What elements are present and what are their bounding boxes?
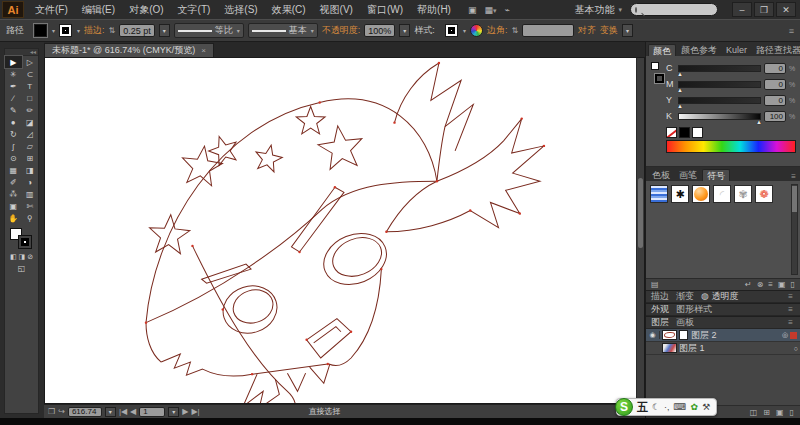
color-spectrum-bar[interactable] <box>666 140 796 153</box>
black-swatch[interactable] <box>679 127 690 138</box>
cyan-value[interactable]: 0 <box>764 63 786 74</box>
opacity-value[interactable]: 100% <box>364 24 395 37</box>
none-mode-icon[interactable]: ⊘ <box>27 253 33 261</box>
group-menu-icon-2[interactable]: ≡ <box>788 305 795 314</box>
restore-button[interactable]: ❐ <box>754 2 774 17</box>
delete-layer-icon[interactable]: ▯ <box>790 408 794 417</box>
symbol-paper[interactable]: ◜ <box>713 185 731 203</box>
menu-window[interactable]: 窗口(W) <box>360 0 410 19</box>
layers-panel-menu-icon[interactable]: ≡ <box>788 318 795 327</box>
shape-builder-tool[interactable]: ⊙ <box>5 152 22 164</box>
scale-tool[interactable]: ◿ <box>22 128 39 140</box>
recolor-artwork-icon[interactable] <box>470 24 483 37</box>
symbol-ring[interactable]: ✾ <box>734 185 752 203</box>
arrange-documents-icon[interactable]: ▦▾ <box>484 5 496 15</box>
tab-close-icon[interactable]: × <box>201 46 206 55</box>
cyan-slider[interactable]: ▲ <box>678 65 761 72</box>
canvas[interactable] <box>44 57 645 404</box>
pencil-tool[interactable]: ✏ <box>22 104 39 116</box>
zoom-tool[interactable]: ⚲ <box>22 212 39 224</box>
stroke-weight-value[interactable]: 0.25 pt <box>119 24 155 37</box>
paintbrush-tool[interactable]: ✎ <box>5 104 22 116</box>
status-icon-1[interactable]: ❒ <box>48 407 55 416</box>
first-artboard-icon[interactable]: |◀ <box>119 407 127 416</box>
place-symbol-icon[interactable]: ↵ <box>745 280 752 289</box>
layer-row-2[interactable]: ◉ 图层 2 ◎ <box>646 329 800 342</box>
direct-selection-tool[interactable]: ▷ <box>22 56 39 68</box>
select-similar-dropdown[interactable]: ▾ <box>622 24 633 37</box>
tab-gradient[interactable]: 渐变 <box>676 290 694 303</box>
lasso-tool[interactable]: ⊂ <box>22 68 39 80</box>
black-slider[interactable]: ▲ <box>678 113 761 120</box>
ime-fullhalf-icon[interactable]: ☾ <box>652 402 660 412</box>
menu-effect[interactable]: 效果(C) <box>265 0 313 19</box>
visibility-eye-icon[interactable]: ◉ <box>646 331 660 339</box>
tab-color[interactable]: 颜色 <box>648 44 676 56</box>
break-symbol-link-icon[interactable]: ⊗ <box>757 280 764 289</box>
width-tool[interactable]: ʃ <box>5 140 22 152</box>
magic-wand-tool[interactable]: ✳ <box>5 68 22 80</box>
corner-label[interactable]: 边角: <box>487 24 508 37</box>
ime-mode-label[interactable]: 五 <box>637 400 648 415</box>
symbol-splatter[interactable]: ✱ <box>671 185 689 203</box>
vertical-scrollbar[interactable] <box>636 58 644 403</box>
column-graph-tool[interactable]: ▥ <box>22 188 39 200</box>
rotate-tool[interactable]: ↻ <box>5 128 22 140</box>
symbol-stripes[interactable] <box>650 185 668 203</box>
brush-definition-dropdown[interactable]: 基本 ▾ <box>248 23 318 38</box>
color-mode-icon[interactable]: ◧ <box>10 253 17 261</box>
artboard-tool[interactable]: ▣ <box>5 200 22 212</box>
tab-appearance[interactable]: 外观 <box>651 303 669 316</box>
ime-keyboard-icon[interactable]: ⌨ <box>674 402 687 412</box>
sogou-logo[interactable]: S <box>615 398 633 416</box>
minimize-button[interactable]: – <box>732 2 752 17</box>
graphic-style-swatch[interactable] <box>445 24 458 37</box>
tab-graphic-styles[interactable]: 图形样式 <box>676 303 712 316</box>
symbols-panel-menu-icon[interactable]: ≡ <box>791 172 798 181</box>
bridge-icon[interactable]: ▣ <box>468 5 477 15</box>
symbol-libraries-icon[interactable]: ▤ <box>651 280 659 289</box>
ime-punct-icon[interactable]: ·, <box>664 402 670 412</box>
gradient-tool[interactable]: ◨ <box>22 164 39 176</box>
symbol-flower[interactable]: ❁ <box>755 185 773 203</box>
hand-tool[interactable]: ✋ <box>5 212 22 224</box>
mesh-tool[interactable]: ▦ <box>5 164 22 176</box>
magenta-slider[interactable]: ▲ <box>678 81 761 88</box>
new-sublayer-icon[interactable]: ⊞ <box>763 408 770 417</box>
stroke-weight-dropdown[interactable]: ▾ <box>159 24 170 37</box>
prev-artboard-icon[interactable]: ◀ <box>130 407 136 416</box>
delete-symbol-icon[interactable]: ▯ <box>791 280 795 289</box>
align-link[interactable]: 对齐 <box>578 24 596 37</box>
blob-brush-tool[interactable]: ● <box>5 116 22 128</box>
menu-view[interactable]: 视图(V) <box>313 0 360 19</box>
tab-transparency[interactable]: ◍ 透明度 <box>701 290 738 303</box>
tab-stroke[interactable]: 描边 <box>651 290 669 303</box>
fill-stroke-proxy[interactable] <box>5 227 38 253</box>
make-clipping-mask-icon[interactable]: ◫ <box>750 408 758 417</box>
close-button[interactable]: ✕ <box>776 2 796 17</box>
symbols-scrollbar[interactable] <box>791 184 798 275</box>
stroke-stepper[interactable]: ⇅ <box>109 26 116 35</box>
free-transform-tool[interactable]: ▱ <box>22 140 39 152</box>
eraser-tool[interactable]: ◪ <box>22 116 39 128</box>
tab-symbols[interactable]: 符号 <box>702 169 730 181</box>
new-symbol-icon[interactable]: ▣ <box>778 280 786 289</box>
slice-tool[interactable]: ✄ <box>22 200 39 212</box>
rectangle-tool[interactable]: □ <box>22 92 39 104</box>
zoom-level-value[interactable]: 616.74 <box>68 407 102 417</box>
artboard-dropdown[interactable]: ▾ <box>168 407 179 417</box>
opacity-label[interactable]: 不透明度: <box>322 24 361 37</box>
menu-file[interactable]: 文件(F) <box>28 0 75 19</box>
scrollbar-thumb[interactable] <box>638 178 643 248</box>
tab-brushes[interactable]: 画笔 <box>675 169 701 181</box>
line-segment-tool[interactable]: ∕ <box>5 92 22 104</box>
magenta-value[interactable]: 0 <box>764 79 786 90</box>
tab-artboards[interactable]: 画板 <box>676 316 694 329</box>
transform-link[interactable]: 变换 <box>600 24 618 37</box>
tab-kuler[interactable]: Kuler <box>722 44 751 56</box>
selection-tool[interactable]: ▶ <box>5 56 22 68</box>
stroke-color-swatch[interactable] <box>59 24 72 37</box>
tab-swatches[interactable]: 色板 <box>648 169 674 181</box>
last-artboard-icon[interactable]: ▶| <box>191 407 199 416</box>
search-input[interactable] <box>637 5 747 14</box>
